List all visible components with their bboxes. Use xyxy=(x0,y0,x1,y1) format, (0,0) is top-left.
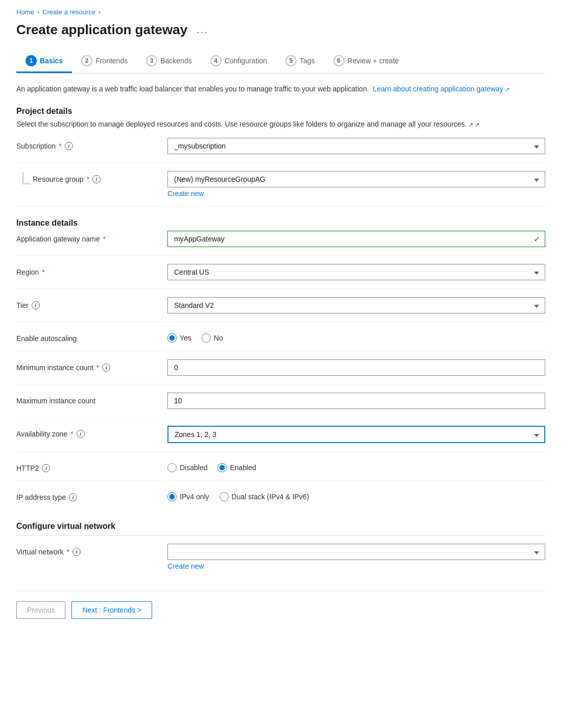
region-row: Region * Central US xyxy=(16,264,545,289)
tab-num-configuration: 4 xyxy=(210,55,222,66)
gateway-name-valid-icon: ✓ xyxy=(533,234,540,244)
autoscaling-no-label[interactable]: No xyxy=(202,333,223,343)
http2-disabled-text: Disabled xyxy=(180,464,207,472)
availability-zone-select-wrapper: Zones 1, 2, 3 xyxy=(167,426,545,443)
gateway-name-input[interactable] xyxy=(167,231,545,247)
previous-button[interactable]: Previous xyxy=(16,601,65,619)
max-instance-label: Maximum instance count xyxy=(16,393,159,405)
ip-dualstack-text: Dual stack (IPv4 & IPv6) xyxy=(232,493,309,501)
ip-address-type-label: IP address type i xyxy=(16,489,159,501)
tab-label-basics: Basics xyxy=(40,57,63,65)
breadcrumb-separator-2: › xyxy=(99,8,101,16)
tier-control: Standard V2 xyxy=(167,297,545,313)
region-select-wrapper: Central US xyxy=(167,264,545,280)
tab-frontends[interactable]: 2 Frontends xyxy=(72,50,137,73)
tab-label-review: Review + create xyxy=(348,57,399,65)
virtual-network-select[interactable] xyxy=(167,544,545,560)
ip-address-type-control: IPv4 only Dual stack (IPv4 & IPv6) xyxy=(167,489,545,501)
virtual-network-section-title: Configure virtual network xyxy=(16,522,545,531)
tab-review-create[interactable]: 6 Review + create xyxy=(324,50,408,73)
ip-dualstack-label[interactable]: Dual stack (IPv4 & IPv6) xyxy=(220,492,309,501)
page-title: Create application gateway xyxy=(16,22,187,38)
tier-select[interactable]: Standard V2 xyxy=(167,297,545,313)
virtual-network-label: Virtual network * i xyxy=(16,544,159,556)
max-instance-row: Maximum instance count xyxy=(16,393,545,418)
virtual-network-select-wrapper xyxy=(167,544,545,560)
breadcrumb: Home › Create a resource › xyxy=(16,8,545,16)
resource-group-control: (New) myResourceGroupAG Create new xyxy=(167,171,545,198)
resource-group-info-icon[interactable]: i xyxy=(92,175,101,183)
http2-disabled-radio[interactable] xyxy=(167,463,177,472)
tab-num-backends: 3 xyxy=(146,55,157,66)
breadcrumb-home[interactable]: Home xyxy=(16,8,34,16)
max-instance-control xyxy=(167,393,545,409)
breadcrumb-separator-1: › xyxy=(37,8,39,16)
region-label: Region * xyxy=(16,264,159,276)
min-instance-row: Minimum instance count * i xyxy=(16,359,545,384)
autoscaling-label: Enable autoscaling xyxy=(16,330,159,343)
http2-row: HTTP2 i Disabled Enabled xyxy=(16,460,545,481)
tab-label-tags: Tags xyxy=(300,57,315,65)
tab-tags[interactable]: 5 Tags xyxy=(276,50,324,73)
http2-disabled-label[interactable]: Disabled xyxy=(167,463,207,472)
virtual-network-required: * xyxy=(66,548,69,556)
gateway-name-row: Application gateway name * ✓ xyxy=(16,231,545,256)
ip-address-type-info-icon[interactable]: i xyxy=(69,493,77,501)
tab-backends[interactable]: 3 Backends xyxy=(137,50,201,73)
http2-enabled-radio[interactable] xyxy=(217,463,227,472)
http2-info-icon[interactable]: i xyxy=(42,464,50,472)
tab-configuration[interactable]: 4 Configuration xyxy=(201,50,276,73)
ellipsis-button[interactable]: ... xyxy=(193,23,211,37)
ip-ipv4-label[interactable]: IPv4 only xyxy=(167,492,209,501)
tabs-container: 1 Basics 2 Frontends 3 Backends 4 Config… xyxy=(16,50,545,74)
availability-zone-row: Availability zone * i Zones 1, 2, 3 xyxy=(16,426,545,452)
http2-enabled-text: Enabled xyxy=(230,464,256,472)
page-title-row: Create application gateway ... xyxy=(16,22,545,38)
breadcrumb-create-resource[interactable]: Create a resource xyxy=(42,8,95,16)
ip-dualstack-radio[interactable] xyxy=(220,492,229,501)
min-instance-input[interactable] xyxy=(167,359,545,376)
resource-group-row: Resource group * i (New) myResourceGroup… xyxy=(16,171,545,206)
autoscaling-no-text: No xyxy=(214,334,223,342)
virtual-network-info-icon[interactable]: i xyxy=(72,548,81,556)
max-instance-input[interactable] xyxy=(167,393,545,409)
resource-group-create-new-link[interactable]: Create new xyxy=(167,189,204,198)
gateway-name-control: ✓ xyxy=(167,231,545,247)
region-required: * xyxy=(42,268,44,276)
availability-zone-label: Availability zone * i xyxy=(16,426,159,438)
project-details-title: Project details xyxy=(16,107,545,116)
min-instance-info-icon[interactable]: i xyxy=(102,363,110,372)
tier-info-icon[interactable]: i xyxy=(32,301,40,309)
tier-row: Tier i Standard V2 xyxy=(16,297,545,322)
next-frontends-button[interactable]: Next : Frontends > xyxy=(71,601,152,619)
footer: Previous Next : Frontends > xyxy=(16,591,545,619)
http2-label: HTTP2 i xyxy=(16,460,159,472)
description-text: An application gateway is a web traffic … xyxy=(16,85,369,93)
availability-zone-required: * xyxy=(70,430,73,438)
subscription-label: Subscription * i xyxy=(16,138,159,150)
resource-group-select[interactable]: (New) myResourceGroupAG xyxy=(167,171,545,187)
ip-ipv4-radio[interactable] xyxy=(167,492,177,501)
ip-address-type-row: IP address type i IPv4 only Dual stack (… xyxy=(16,489,545,509)
autoscaling-radio-group: Yes No xyxy=(167,330,545,343)
autoscaling-no-radio[interactable] xyxy=(202,333,211,343)
virtual-network-section: Configure virtual network Virtual networ… xyxy=(16,522,545,578)
tab-basics[interactable]: 1 Basics xyxy=(16,50,72,73)
availability-zone-select[interactable]: Zones 1, 2, 3 xyxy=(167,426,545,443)
autoscaling-yes-radio[interactable] xyxy=(167,333,177,343)
virtual-network-create-new-link[interactable]: Create new xyxy=(167,562,204,570)
http2-enabled-label[interactable]: Enabled xyxy=(217,463,256,472)
learn-more-link[interactable]: Learn about creating application gateway xyxy=(373,85,509,93)
tab-num-review: 6 xyxy=(333,55,345,66)
region-select[interactable]: Central US xyxy=(167,264,545,280)
resource-group-required: * xyxy=(87,175,89,183)
tab-label-configuration: Configuration xyxy=(225,57,267,65)
availability-zone-info-icon[interactable]: i xyxy=(77,430,85,438)
subscription-info-icon[interactable]: i xyxy=(65,142,73,150)
gateway-name-required: * xyxy=(103,235,105,243)
autoscaling-yes-label[interactable]: Yes xyxy=(167,333,191,343)
subscription-select[interactable]: _mysubscription xyxy=(167,138,545,154)
resource-group-label: Resource group * i xyxy=(31,171,159,183)
tab-label-frontends: Frontends xyxy=(95,57,128,65)
subscription-control: _mysubscription xyxy=(167,138,545,154)
